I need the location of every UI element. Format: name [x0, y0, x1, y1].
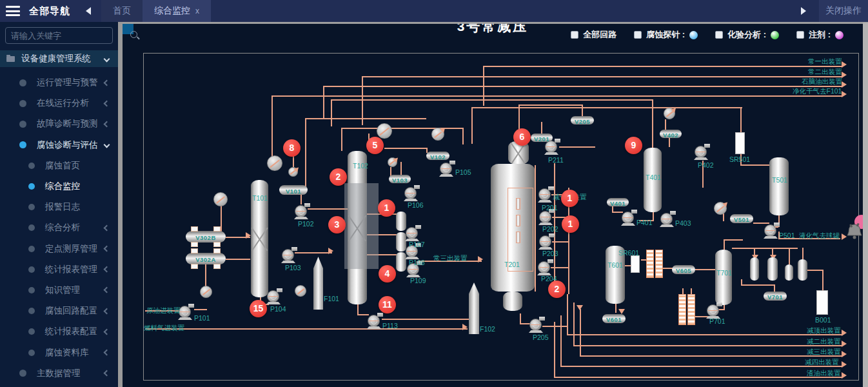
furnace-F102[interactable]	[469, 283, 479, 334]
sidebar-item-2[interactable]: 故障诊断与预测	[0, 114, 118, 134]
vessel-V401[interactable]: V401	[607, 198, 629, 206]
vessel-V302B[interactable]: V302B	[186, 231, 226, 243]
pump-P402[interactable]	[695, 144, 710, 160]
loop-marker[interactable]: 5	[366, 137, 384, 154]
sidebar-item-13[interactable]: 腐蚀资料库	[0, 342, 118, 362]
sidebar-item-4[interactable]: 腐蚀首页	[0, 155, 118, 176]
flow-label: 减四出装置	[805, 358, 839, 367]
flow-arrow-icon	[842, 61, 850, 68]
loop-marker[interactable]: 6	[513, 128, 531, 146]
vessel-V205[interactable]: V205	[571, 116, 594, 124]
sidebar-item-11[interactable]: 腐蚀回路配置	[0, 301, 118, 321]
vessel-V102[interactable]: V102	[426, 152, 449, 160]
vessel-SR501[interactable]	[735, 132, 745, 154]
vessel-B001[interactable]	[816, 290, 828, 315]
sidebar-item-10[interactable]: 知识管理	[0, 280, 118, 301]
vessel-V103[interactable]: V103	[389, 175, 411, 183]
pump-P204[interactable]	[538, 259, 553, 275]
vessel-V701[interactable]: V701	[764, 292, 787, 301]
vessel-V402[interactable]: V402	[660, 130, 682, 138]
sidebar-item-3[interactable]: 腐蚀诊断与评估	[0, 135, 118, 155]
vessel-label: T101	[252, 194, 268, 202]
loop-marker[interactable]: 1	[561, 190, 578, 207]
small-vessel[interactable]	[785, 264, 793, 281]
pump-P701[interactable]	[707, 303, 722, 319]
pipe	[663, 268, 673, 269]
vessel-label: T501	[772, 176, 787, 184]
close-operations-button[interactable]: 关闭操作	[819, 0, 868, 22]
loop-marker[interactable]: 1	[562, 215, 579, 233]
pump-P101[interactable]	[179, 304, 194, 320]
pump-P104[interactable]	[267, 288, 282, 304]
loop-marker[interactable]: 1	[378, 199, 395, 217]
vessel-V501[interactable]: V501	[730, 214, 753, 223]
small-vessel[interactable]	[798, 259, 807, 281]
sidebar-item-14[interactable]: 主数据管理	[0, 363, 118, 384]
tab-integrated-monitoring[interactable]: 综合监控 x	[143, 0, 211, 22]
furnace-F101[interactable]	[313, 257, 323, 310]
loop-marker[interactable]: 3	[328, 216, 346, 233]
hamburger-menu-icon[interactable]	[6, 6, 20, 16]
bullet-dot-icon	[19, 121, 26, 128]
pump-P203[interactable]	[539, 233, 555, 250]
pump-P403[interactable]	[660, 211, 676, 227]
sidebar-item-9[interactable]: 统计报表管理	[0, 259, 118, 280]
small-vessel[interactable]	[396, 212, 406, 231]
vessel-SR601[interactable]	[631, 255, 640, 273]
nozzle	[191, 226, 198, 232]
sidebar-item-12[interactable]: 统计报表配置	[0, 321, 118, 342]
sidebar-root-item[interactable]: 设备健康管理系统	[0, 50, 118, 67]
pump-P106[interactable]	[404, 185, 420, 201]
pump-P401[interactable]	[622, 210, 637, 226]
pump-P211[interactable]	[545, 139, 560, 155]
loop-marker[interactable]: 11	[379, 296, 396, 313]
sidebar-item-1[interactable]: 在线运行分析	[0, 93, 118, 114]
vessel-T501[interactable]	[769, 157, 789, 215]
small-vessel[interactable]	[750, 257, 759, 281]
vessel-V302A[interactable]: V302A	[186, 253, 226, 264]
pump-label: P109	[410, 277, 426, 284]
pump-P105[interactable]	[440, 161, 455, 177]
pump-P201[interactable]	[538, 186, 554, 203]
small-vessel[interactable]	[396, 252, 406, 272]
tab-home[interactable]: 首页	[101, 0, 143, 22]
loop-marker[interactable]: 2	[330, 168, 347, 186]
legend-checkbox[interactable]	[634, 31, 642, 39]
pump-P107[interactable]	[406, 225, 421, 241]
loop-marker[interactable]: 2	[548, 281, 566, 298]
legend-checkbox[interactable]	[571, 31, 578, 39]
loop-marker[interactable]: 4	[379, 265, 396, 283]
small-vessel[interactable]	[767, 257, 778, 281]
tab-close-icon[interactable]: x	[195, 6, 199, 15]
sidebar-item-7[interactable]: 综合分析	[0, 217, 118, 238]
collapse-sidebar-icon[interactable]	[82, 7, 91, 15]
vessel-V601[interactable]: V601	[602, 314, 626, 323]
loop-marker[interactable]: 8	[283, 139, 301, 157]
legend-checkbox[interactable]	[796, 31, 804, 39]
pipe	[295, 252, 332, 253]
pump-P103[interactable]	[282, 247, 297, 263]
pump-P102[interactable]	[295, 203, 310, 219]
chevron-down-icon	[104, 55, 110, 62]
loop-marker[interactable]: 9	[625, 137, 642, 154]
legend-checkbox[interactable]	[715, 31, 723, 39]
vessel-V101[interactable]: V101	[279, 185, 308, 195]
pipe	[615, 304, 616, 313]
sidebar-item-0[interactable]: 运行管理与预警	[0, 72, 118, 93]
sidebar-item-6[interactable]: 报警日志	[0, 197, 118, 217]
expand-panel-icon[interactable]	[801, 7, 810, 15]
vertical-scrollbar[interactable]	[863, 23, 868, 387]
sidebar-item-5[interactable]: 综合监控	[0, 176, 118, 197]
pipe	[271, 95, 842, 97]
vessel-T701[interactable]	[715, 250, 732, 305]
small-vessel[interactable]	[396, 232, 406, 252]
bullet-dot-icon	[28, 224, 35, 231]
search-input[interactable]	[6, 31, 130, 41]
vessel-V605[interactable]: V605	[672, 265, 695, 274]
sidebar-item-8[interactable]: 定点测厚管理	[0, 239, 118, 259]
pump-P501[interactable]	[764, 223, 780, 239]
chevron-left-icon	[104, 328, 110, 335]
pump-P113[interactable]	[368, 313, 383, 329]
pump-P205[interactable]	[529, 317, 545, 333]
loop-marker[interactable]: 15	[250, 300, 267, 317]
